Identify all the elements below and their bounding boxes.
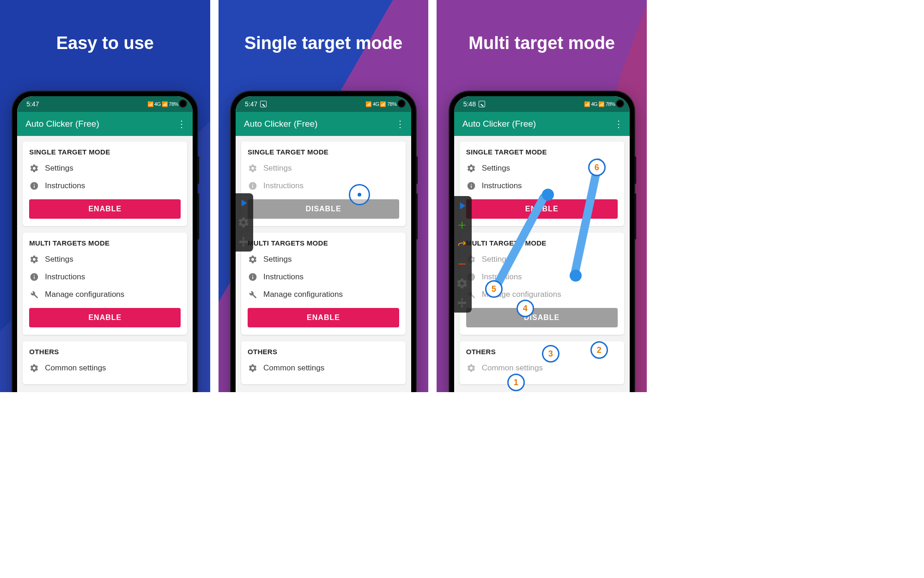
overflow-menu-icon[interactable]: ⋮ bbox=[611, 119, 626, 129]
promo-panel-1: Easy to use 5:47 📶4G📶 78%🔋 Auto Clicker … bbox=[0, 0, 210, 392]
phone-screen: 5:47 📶4G📶 78%🔋 Auto Clicker (Free) ⋮ SIN… bbox=[236, 96, 411, 392]
app-bar: Auto Clicker (Free) ⋮ bbox=[17, 112, 193, 136]
plus-icon[interactable] bbox=[455, 218, 469, 232]
floating-toolbar[interactable] bbox=[454, 196, 472, 313]
row-label: Common settings bbox=[45, 363, 106, 373]
single-instructions-row[interactable]: Instructions bbox=[29, 177, 181, 195]
multi-disable-button[interactable]: DISABLE bbox=[466, 308, 618, 327]
swipe-icon[interactable] bbox=[455, 238, 469, 252]
gear-icon bbox=[29, 363, 39, 373]
single-settings-row[interactable]: Settings bbox=[29, 160, 181, 177]
gear-icon bbox=[466, 163, 476, 173]
multi-manage-row[interactable]: Manage configurations bbox=[248, 286, 399, 303]
status-bar: 5:47 📶4G📶 78%🔋 bbox=[236, 96, 411, 112]
phone-screen: 5:47 📶4G📶 78%🔋 Auto Clicker (Free) ⋮ SIN… bbox=[17, 96, 193, 392]
multi-target-card: MULTI TARGETS MODE Settings Instructions… bbox=[23, 233, 187, 335]
phone-screen: 5:48 📶4G📶 78%🔋 Auto Clicker (Free) ⋮ SIN… bbox=[454, 96, 630, 392]
single-target-title: SINGLE TARGET MODE bbox=[29, 148, 181, 156]
row-label: Instructions bbox=[263, 272, 304, 282]
multi-enable-button[interactable]: ENABLE bbox=[29, 308, 181, 327]
single-settings-row[interactable]: Settings bbox=[248, 160, 399, 177]
single-disable-button[interactable]: DISABLE bbox=[248, 199, 399, 219]
common-settings-row[interactable]: Common settings bbox=[29, 359, 181, 377]
minus-icon[interactable] bbox=[455, 257, 469, 271]
gear-icon bbox=[29, 163, 39, 173]
single-target-title: SINGLE TARGET MODE bbox=[248, 148, 399, 156]
promo-panel-3: Multi target mode 5:48 📶4G📶 78%🔋 Auto Cl… bbox=[437, 0, 647, 392]
single-instructions-row[interactable]: Instructions bbox=[248, 177, 399, 195]
status-bar: 5:47 📶4G📶 78%🔋 bbox=[17, 96, 193, 112]
row-label: Manage configurations bbox=[45, 290, 124, 299]
app-title: Auto Clicker (Free) bbox=[25, 119, 174, 129]
row-label: Settings bbox=[45, 255, 73, 264]
play-icon[interactable] bbox=[455, 199, 469, 213]
camera-hole bbox=[179, 99, 187, 108]
target-marker-3[interactable]: 3 bbox=[542, 345, 559, 363]
single-target-card: SINGLE TARGET MODE Settings Instructions… bbox=[23, 141, 187, 226]
phone-frame: 5:47 📶4G📶 78%🔋 Auto Clicker (Free) ⋮ SIN… bbox=[12, 92, 197, 392]
wrench-icon bbox=[248, 289, 258, 300]
row-label: Settings bbox=[45, 164, 73, 173]
common-settings-row[interactable]: Common settings bbox=[466, 359, 618, 377]
multi-instructions-row[interactable]: Instructions bbox=[248, 268, 399, 286]
others-title: OTHERS bbox=[248, 348, 399, 356]
floating-toolbar[interactable] bbox=[236, 193, 253, 252]
camera-hole bbox=[616, 99, 624, 108]
app-bar: Auto Clicker (Free) ⋮ bbox=[236, 112, 411, 136]
others-card: OTHERS Common settings bbox=[241, 341, 406, 384]
multi-target-title: MULTI TARGETS MODE bbox=[466, 239, 618, 247]
app-title: Auto Clicker (Free) bbox=[462, 119, 611, 129]
target-marker-2[interactable]: 2 bbox=[590, 341, 608, 359]
multi-manage-row[interactable]: Manage configurations bbox=[29, 286, 181, 303]
info-icon bbox=[466, 181, 476, 191]
phone-frame: 5:48 📶4G📶 78%🔋 Auto Clicker (Free) ⋮ SIN… bbox=[450, 92, 634, 392]
row-label: Common settings bbox=[482, 363, 543, 373]
gear-icon bbox=[29, 254, 39, 264]
row-label: Instructions bbox=[45, 181, 85, 191]
others-card: OTHERS Common settings bbox=[23, 341, 187, 384]
gear-icon[interactable] bbox=[455, 277, 469, 290]
move-icon[interactable] bbox=[455, 296, 469, 310]
row-label: Instructions bbox=[45, 272, 85, 282]
gear-icon[interactable] bbox=[237, 215, 250, 229]
app-bar: Auto Clicker (Free) ⋮ bbox=[454, 112, 630, 136]
row-label: Instructions bbox=[263, 181, 304, 191]
row-label: Instructions bbox=[482, 181, 522, 191]
swipe-end-5[interactable] bbox=[542, 189, 554, 201]
move-icon[interactable] bbox=[237, 235, 250, 249]
target-marker-6[interactable]: 6 bbox=[588, 159, 606, 176]
multi-target-card: MULTI TARGETS MODE Settings Instructions… bbox=[460, 233, 624, 335]
target-marker-4[interactable]: 4 bbox=[517, 300, 534, 317]
multi-settings-row[interactable]: Settings bbox=[29, 251, 181, 268]
multi-settings-row[interactable]: Settings bbox=[466, 251, 618, 268]
multi-instructions-row[interactable]: Instructions bbox=[29, 268, 181, 286]
status-time: 5:48 bbox=[463, 100, 476, 108]
common-settings-row[interactable]: Common settings bbox=[248, 359, 399, 377]
overflow-menu-icon[interactable]: ⋮ bbox=[393, 119, 407, 129]
row-label: Settings bbox=[263, 164, 292, 173]
info-icon bbox=[248, 181, 258, 191]
app-title: Auto Clicker (Free) bbox=[244, 119, 393, 129]
single-enable-button[interactable]: ENABLE bbox=[29, 199, 181, 219]
row-label: Manage configurations bbox=[263, 290, 343, 299]
status-time: 5:47 bbox=[245, 100, 257, 108]
play-icon[interactable] bbox=[237, 196, 250, 210]
swipe-end-6[interactable] bbox=[570, 270, 582, 282]
multi-settings-row[interactable]: Settings bbox=[248, 251, 399, 268]
info-icon bbox=[248, 272, 258, 282]
single-target-title: SINGLE TARGET MODE bbox=[466, 148, 618, 156]
phone-frame: 5:47 📶4G📶 78%🔋 Auto Clicker (Free) ⋮ SIN… bbox=[231, 92, 416, 392]
single-target-marker[interactable] bbox=[349, 184, 370, 205]
target-marker-5[interactable]: 5 bbox=[485, 280, 503, 298]
multi-enable-button[interactable]: ENABLE bbox=[248, 308, 399, 327]
promo-panel-2: Single target mode 5:47 📶4G📶 78%🔋 Auto C… bbox=[219, 0, 429, 392]
screenshot-icon bbox=[260, 101, 267, 107]
row-label: Settings bbox=[263, 255, 292, 264]
panel-caption: Single target mode bbox=[235, 16, 412, 71]
single-target-card: SINGLE TARGET MODE Settings Instructions… bbox=[241, 141, 406, 226]
overflow-menu-icon[interactable]: ⋮ bbox=[174, 119, 189, 129]
status-time: 5:47 bbox=[26, 100, 39, 108]
target-marker-1[interactable]: 1 bbox=[507, 374, 525, 391]
info-icon bbox=[29, 181, 39, 191]
single-target-card: SINGLE TARGET MODE Settings Instructions… bbox=[460, 141, 624, 226]
